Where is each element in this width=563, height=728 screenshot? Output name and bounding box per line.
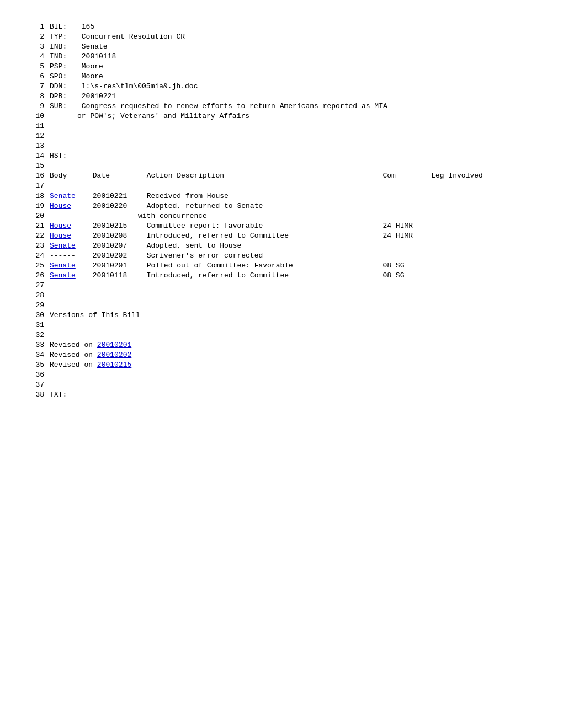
line-number: 30 — [28, 311, 44, 320]
line-number: 14 — [28, 151, 44, 161]
typ-value: Concurrent Resolution CR — [82, 33, 185, 41]
line-number: 11 — [28, 121, 44, 131]
spo-label: SPO: — [50, 72, 77, 82]
com-22: 24 HIMR — [383, 232, 413, 240]
body-18[interactable]: Senate — [50, 191, 88, 201]
body-26[interactable]: Senate — [50, 271, 88, 281]
line-number: 1 — [28, 22, 44, 32]
line-number: 5 — [28, 62, 44, 72]
line-number: 27 — [28, 281, 44, 291]
line-8: 8 DPB: 20010221 — [28, 92, 535, 101]
revised-link-33[interactable]: 20010201 — [97, 341, 131, 349]
line-30: 30 Versions of This Bill — [28, 311, 535, 320]
date-23: 20010207 — [93, 241, 142, 251]
line-29: 29 — [28, 301, 535, 311]
line-number: 4 — [28, 52, 44, 62]
line-37: 37 — [28, 380, 535, 390]
line-number: 28 — [28, 291, 44, 301]
line-number: 23 — [28, 241, 44, 251]
line-25: 25 Senate 20010201 Polled out of Committ… — [28, 261, 535, 271]
line-13: 13 — [28, 141, 535, 151]
line-34: 34 Revised on 20010202 — [28, 350, 535, 360]
line-14: 14 HST: — [28, 151, 535, 161]
action-20-cont: with concurrence — [138, 212, 207, 220]
dpb-label: DPB: — [50, 92, 77, 101]
body-25[interactable]: Senate — [50, 261, 88, 271]
action-24: Scrivener's error corrected — [147, 251, 263, 260]
line-33: 33 Revised on 20010201 — [28, 340, 535, 350]
revised-text-34: Revised on — [50, 351, 97, 359]
line-18: 18 Senate 20010221 Received from House — [28, 191, 535, 201]
line-22: 22 House 20010208 Introduced, referred t… — [28, 231, 535, 241]
sub-value-cont: or POW's; Veterans' and Military Affairs — [77, 112, 249, 120]
date-22: 20010208 — [93, 231, 142, 241]
line-4: 4 IND: 20010118 — [28, 52, 535, 62]
line-number: 19 — [28, 201, 44, 211]
bil-label: BIL: — [50, 22, 77, 32]
col-com-header: Com — [383, 171, 427, 181]
inb-value: Senate — [82, 42, 108, 51]
action-21: Committee report: Favorable — [147, 221, 379, 231]
body-19[interactable]: House — [50, 201, 88, 211]
line-1: 1 BIL: 165 — [28, 22, 535, 32]
date-25: 20010201 — [93, 261, 142, 271]
spo-value: Moore — [82, 72, 103, 81]
line-31: 31 — [28, 320, 535, 330]
action-18: Received from House — [147, 192, 229, 200]
line-number: 38 — [28, 390, 44, 400]
body-21[interactable]: House — [50, 221, 88, 231]
ddn-label: DDN: — [50, 82, 77, 92]
versions-title: Versions of This Bill — [50, 311, 140, 319]
body-23[interactable]: Senate — [50, 241, 88, 251]
line-16-header: 16 Body Date Action Description Com Leg … — [28, 171, 535, 181]
line-number: 6 — [28, 72, 44, 82]
line-32: 32 — [28, 330, 535, 340]
com-21: 24 HIMR — [383, 222, 413, 230]
line-36: 36 — [28, 370, 535, 380]
line-number: 24 — [28, 251, 44, 261]
line-number: 37 — [28, 380, 44, 390]
line-number: 13 — [28, 141, 44, 151]
action-26: Introduced, referred to Committee — [147, 271, 379, 281]
line-number: 2 — [28, 32, 44, 42]
line-number: 18 — [28, 191, 44, 201]
line-number: 22 — [28, 231, 44, 241]
com-26: 08 SG — [383, 271, 404, 280]
line-35: 35 Revised on 20010215 — [28, 360, 535, 370]
sub-label: SUB: — [50, 101, 77, 111]
line-26: 26 Senate 20010118 Introduced, referred … — [28, 271, 535, 281]
txt-label: TXT: — [50, 390, 77, 400]
line-number: 21 — [28, 221, 44, 231]
line-number: 26 — [28, 271, 44, 281]
line-number: 7 — [28, 82, 44, 92]
date-19: 20010220 — [93, 201, 142, 211]
line-number: 36 — [28, 370, 44, 380]
col-date-header: Date — [93, 171, 142, 181]
line-27: 27 — [28, 281, 535, 291]
bil-value: 165 — [82, 23, 94, 31]
line-number: 29 — [28, 301, 44, 311]
line-number: 15 — [28, 161, 44, 171]
revised-link-35[interactable]: 20010215 — [97, 361, 131, 369]
line-number: 12 — [28, 131, 44, 141]
line-3: 3 INB: Senate — [28, 42, 535, 52]
sub-value: Congress requested to renew efforts to r… — [82, 102, 387, 110]
dpb-value: 20010221 — [82, 92, 116, 100]
line-10: 10 or POW's; Veterans' and Military Affa… — [28, 111, 535, 121]
line-9: 9 SUB: Congress requested to renew effor… — [28, 101, 535, 111]
line-38: 38 TXT: — [28, 390, 535, 400]
revised-link-34[interactable]: 20010202 — [97, 351, 131, 359]
line-number: 31 — [28, 320, 44, 330]
body-22[interactable]: House — [50, 231, 88, 241]
action-19: Adopted, returned to Senate — [147, 202, 263, 210]
line-17-separator: 17 — [28, 181, 535, 191]
ddn-value: l:\s-res\tlm\005mia&.jh.doc — [82, 82, 198, 90]
psp-label: PSP: — [50, 62, 77, 72]
date-24: 20010202 — [93, 251, 142, 261]
ind-value: 20010118 — [82, 52, 116, 61]
line-11: 11 — [28, 121, 535, 131]
line-15: 15 — [28, 161, 535, 171]
line-number: 9 — [28, 101, 44, 111]
action-23: Adopted, sent to House — [147, 242, 242, 250]
revised-text-35: Revised on — [50, 361, 97, 369]
